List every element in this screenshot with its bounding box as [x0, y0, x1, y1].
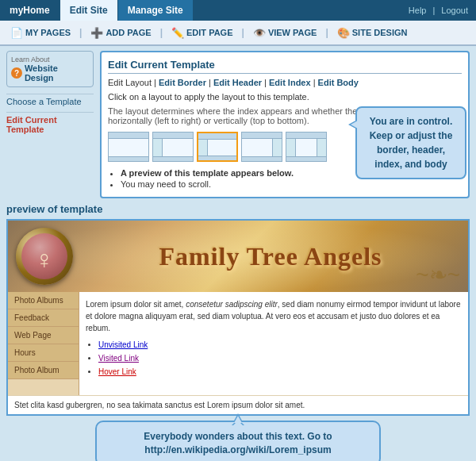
- edit-body-link[interactable]: Edit Body: [318, 78, 359, 87]
- bullet-1-text: A preview of this template appears below…: [121, 168, 294, 178]
- bubble-up-arrow-inner: [234, 416, 242, 423]
- nav-item-web-page[interactable]: Web Page: [8, 327, 79, 344]
- second-nav: 📄 MY PAGES | ➕ ADD PAGE | ✏️ EDIT PAGE |…: [0, 21, 476, 46]
- nav-myhome[interactable]: myHome: [0, 0, 60, 21]
- help-link[interactable]: Help: [409, 6, 427, 15]
- website-design-title: ? Website Design: [11, 63, 89, 83]
- bubble-up-arrow: [233, 413, 243, 422]
- visited-link[interactable]: Visited Link: [98, 354, 139, 363]
- page-wrapper: myHome Edit Site Manage Site Help | Logo…: [0, 0, 476, 461]
- lorem-text: Lorem ipsum dolor sit amet, consetetur s…: [86, 298, 462, 334]
- nav-item-photo-album[interactable]: Photo Album: [8, 362, 79, 379]
- nav-editsite[interactable]: Edit Site: [60, 0, 118, 21]
- link-list: Unvisited Link Visited Link Hover Link: [98, 339, 462, 378]
- bubble-left-arrow: [348, 120, 357, 129]
- site-design-btn[interactable]: 🎨 SITE DESIGN: [333, 25, 412, 40]
- cameo-brooch: ♀: [16, 228, 73, 285]
- template-sidebar-nav: Photo Albums Feedback Web Page Hours Pho…: [8, 292, 79, 395]
- edit-links: Edit Layout | Edit Border | Edit Header …: [108, 78, 462, 87]
- unvisited-link[interactable]: Unvisited Link: [98, 340, 148, 349]
- layout-thumb-3-selected[interactable]: [197, 132, 238, 162]
- layout-thumb-1[interactable]: [108, 132, 149, 162]
- edit-index-link[interactable]: Edit Index: [269, 78, 311, 87]
- preview-section: preview of template ♀ Family Tree Angels…: [0, 203, 476, 461]
- top-nav: myHome Edit Site Manage Site Help | Logo…: [0, 0, 476, 21]
- main-area: Learn About ? Website Design Choose a Te…: [0, 46, 476, 203]
- template-header: ♀ Family Tree Angels ~❧~: [8, 221, 468, 292]
- bottom-speech-bubble: Everybody wonders about this text. Go to…: [95, 421, 381, 461]
- layout-thumb-4[interactable]: [241, 132, 282, 162]
- template-footer-text: Stet clita kasd gubergren, no sea takima…: [8, 395, 468, 414]
- design-icon: 🎨: [337, 26, 350, 39]
- add-page-btn[interactable]: ➕ ADD PAGE: [86, 25, 155, 40]
- logout-link[interactable]: Logout: [441, 6, 468, 15]
- view-page-btn[interactable]: 👁️ VIEW PAGE: [249, 25, 321, 40]
- edit-border-link[interactable]: Edit Border: [159, 78, 206, 87]
- nav-item-hours[interactable]: Hours: [8, 344, 79, 362]
- my-pages-btn[interactable]: 📄 MY PAGES: [6, 25, 75, 40]
- add-icon: ➕: [90, 26, 103, 39]
- edit-header-link[interactable]: Edit Header: [213, 78, 262, 87]
- view-icon: 👁️: [253, 26, 266, 39]
- content-panel: You are in control. Keep or adjust the b…: [100, 51, 470, 198]
- sidebar-learn-box: Learn About ? Website Design: [6, 51, 94, 87]
- bottom-bubble-text: Everybody wonders about this text. Go to…: [144, 431, 332, 455]
- preview-frame: ♀ Family Tree Angels ~❧~ Photo Albums Fe…: [6, 219, 470, 416]
- nav-item-feedback[interactable]: Feedback: [8, 309, 79, 327]
- pages-icon: 📄: [10, 26, 23, 39]
- edit-current-template-link[interactable]: Edit Current Template: [6, 112, 94, 136]
- sidebar: Learn About ? Website Design Choose a Te…: [6, 51, 94, 198]
- control-bubble: You are in control. Keep or adjust the b…: [355, 106, 466, 179]
- template-title: Family Tree Angels: [73, 242, 468, 271]
- cameo-silhouette: ♀: [35, 247, 54, 272]
- click-instruction: Click on a layout to apply the layout to…: [108, 92, 462, 102]
- layout-thumb-5[interactable]: [286, 132, 327, 162]
- template-body: Photo Albums Feedback Web Page Hours Pho…: [8, 292, 468, 395]
- hover-link[interactable]: Hover Link: [98, 367, 136, 376]
- question-icon: ?: [11, 67, 22, 79]
- edit-icon: ✏️: [171, 26, 184, 39]
- nav-item-photo-albums[interactable]: Photo Albums: [8, 292, 79, 309]
- top-nav-right: Help | Logout: [409, 0, 476, 21]
- layout-thumb-2[interactable]: [152, 132, 194, 162]
- choose-template-link[interactable]: Choose a Template: [6, 94, 94, 109]
- content-title: Edit Current Template: [108, 59, 462, 74]
- learn-about-label: Learn About: [11, 56, 89, 63]
- edit-page-btn[interactable]: ✏️ EDIT PAGE: [167, 25, 236, 40]
- template-content-area: Lorem ipsum dolor sit amet, consetetur s…: [79, 292, 468, 395]
- nav-managesite[interactable]: Manage Site: [118, 0, 194, 21]
